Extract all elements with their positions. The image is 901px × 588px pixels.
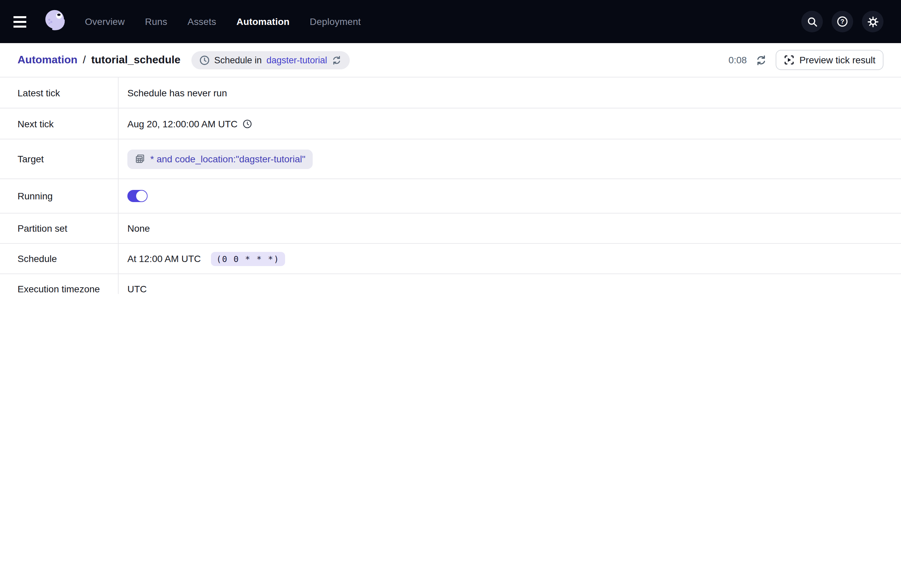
code-location-badge: Schedule in dagster-tutorial <box>192 51 350 69</box>
refresh-icon[interactable] <box>755 54 767 66</box>
row-next-tick: Next tick Aug 20, 12:00:00 AM UTC <box>0 109 901 139</box>
nav-item-deployment[interactable]: Deployment <box>310 16 360 27</box>
badge-type-label: Schedule in <box>214 55 262 65</box>
row-execution-timezone: Execution timezone UTC <box>0 274 901 294</box>
table-stack-icon <box>135 154 146 164</box>
page-header: Automation / tutorial_schedule Schedule … <box>0 43 901 78</box>
row-label: Schedule <box>0 244 118 274</box>
schedule-detail-table: Latest tick Schedule has never run Next … <box>0 78 901 294</box>
row-latest-tick: Latest tick Schedule has never run <box>0 78 901 109</box>
next-tick-value: Aug 20, 12:00:00 AM UTC <box>127 118 237 129</box>
nav-item-assets[interactable]: Assets <box>188 16 216 27</box>
app-window: Overview Runs Assets Automation Deployme… <box>0 0 901 294</box>
svg-text:?: ? <box>840 18 844 25</box>
timestamp-clock-icon <box>243 119 253 128</box>
preview-viewfinder-play-icon <box>784 54 795 65</box>
top-navbar: Overview Runs Assets Automation Deployme… <box>0 0 901 43</box>
search-icon[interactable] <box>801 11 823 32</box>
hamburger-menu-icon[interactable] <box>14 12 32 31</box>
asset-selection-chip[interactable]: * and code_location:"dagster-tutorial" <box>127 149 313 169</box>
schedule-human-value: At 12:00 AM UTC <box>127 253 201 264</box>
asset-selection-text: * and code_location:"dagster-tutorial" <box>150 154 305 164</box>
preview-tick-result-button[interactable]: Preview tick result <box>776 50 884 70</box>
dagster-logo[interactable] <box>42 8 70 36</box>
main-nav: Overview Runs Assets Automation Deployme… <box>85 16 361 27</box>
nav-item-runs[interactable]: Runs <box>145 16 167 27</box>
breadcrumb-automation-link[interactable]: Automation <box>17 54 78 66</box>
refresh-countdown: 0:08 <box>728 54 747 65</box>
cron-expression-chip: (0 0 * * *) <box>211 252 285 266</box>
row-target: Target <box>0 139 901 179</box>
nav-item-automation[interactable]: Automation <box>237 16 290 27</box>
code-location-link[interactable]: dagster-tutorial <box>267 55 327 65</box>
row-label: Partition set <box>0 213 118 243</box>
nav-item-overview[interactable]: Overview <box>85 16 125 27</box>
help-icon[interactable]: ? <box>832 11 853 32</box>
partition-set-value: None <box>118 213 901 243</box>
row-label: Latest tick <box>0 78 118 108</box>
breadcrumb: Automation / tutorial_schedule <box>17 54 181 66</box>
breadcrumb-separator: / <box>83 54 86 66</box>
row-label: Target <box>0 139 118 179</box>
row-running: Running <box>0 179 901 213</box>
row-schedule: Schedule At 12:00 AM UTC (0 0 * * *) <box>0 244 901 274</box>
reload-location-icon[interactable] <box>332 55 342 65</box>
latest-tick-value: Schedule has never run <box>118 78 901 108</box>
execution-timezone-value: UTC <box>118 274 901 294</box>
row-label: Running <box>0 179 118 213</box>
row-partition-set: Partition set None <box>0 213 901 244</box>
page-title: tutorial_schedule <box>91 54 181 66</box>
settings-icon[interactable] <box>862 11 884 32</box>
running-toggle[interactable] <box>127 190 148 202</box>
row-label: Execution timezone <box>0 274 118 294</box>
row-label: Next tick <box>0 109 118 139</box>
schedule-clock-icon <box>200 55 210 65</box>
